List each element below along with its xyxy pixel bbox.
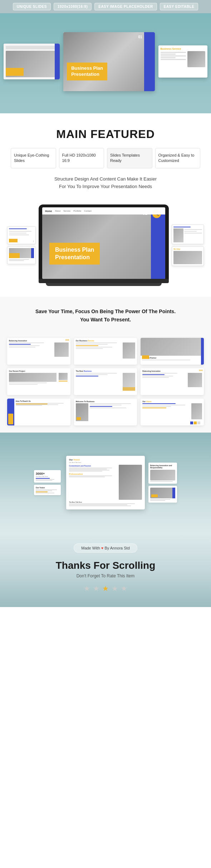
hero-main-slide: 01 Business Plan Presentation (63, 32, 154, 91)
star-1: ★ (84, 584, 90, 593)
scroll-right-panel: Balancing Innovation and Responsibility (148, 463, 177, 503)
mini-slide-right-2: TK YOU (172, 246, 204, 266)
grid-slide-5: The Best Business (74, 368, 137, 395)
scroll-section: 3000+ Our Best Title Here Our Vision Our… (0, 433, 211, 533)
features-grid: Unique Eye-Cothing Slides Full HD 1920x1… (11, 148, 200, 168)
laptop-nav: Home About Service Portfolio Contact (42, 207, 165, 214)
badge-unique-slides: UNIQUE SLIDES (13, 3, 51, 10)
feature-box-4: Organized & Easy to Customized (155, 148, 201, 168)
laptop-device: Home About Service Portfolio Contact 🔍 0… (39, 204, 169, 286)
grid-slide-1: Balancing Innovation 3000 (7, 338, 70, 365)
feature-box-1: Unique Eye-Cothing Slides (11, 148, 56, 168)
biz-service-label: Business Service (161, 48, 181, 50)
feature-box-2: Full HD 1920x1080 16:9 (59, 148, 104, 168)
scroll-left-panel: 3000+ Our Best Title Here Our Vision (34, 470, 63, 495)
made-with-badge: Made With ♥ By Annora Std (74, 543, 137, 553)
hero-slide-title-line2: Presentation (71, 71, 99, 77)
main-featured-subtitle: Structure Design And Content Can Make It… (11, 176, 200, 191)
dont-forget-text: Don't Forget To Rate This Item (77, 573, 135, 578)
hero-side-slide-left (4, 44, 60, 79)
hero-slide-title-line1: Business Plan (71, 65, 103, 71)
main-featured-title: MAIN FEATURED (11, 128, 200, 141)
heart-icon: ♥ (101, 546, 104, 550)
grid-slide-7: How To Reach Us (7, 399, 70, 425)
star-5: ★ (121, 584, 127, 593)
laptop-screen-outer: Home About Service Portfolio Contact 🔍 0… (39, 204, 169, 279)
grid-slide-2: Our Business Service (74, 338, 137, 365)
laptop-section: 1 (0, 197, 211, 297)
grid-slide-9: Our Vision (141, 399, 204, 425)
save-time-section: Save Your Time, Focus On Being The Power… (0, 297, 211, 338)
laptop-screen-inner: Home About Service Portfolio Contact 🔍 0… (42, 207, 165, 279)
laptop-slide: Home About Service Portfolio Contact 🔍 0… (42, 207, 165, 279)
laptop-title-box: Business Plan Presentation (49, 243, 100, 265)
grid-slide-8: Welcome To Business (74, 399, 137, 425)
star-3: ★ (102, 584, 109, 593)
main-featured-section: MAIN FEATURED Unique Eye-Cothing Slides … (0, 113, 211, 197)
badge-easy-editable: EASY EDITABLE (160, 3, 198, 10)
thanks-title: Thanks For Scrolling (56, 560, 155, 571)
grid-slide-4: Our Recent Project (7, 368, 70, 395)
laptop-row: 1 (7, 204, 204, 286)
mini-slide-left-2 (7, 246, 36, 264)
star-2: ★ (93, 584, 99, 593)
footer-section: Made With ♥ By Annora Std Thanks For Scr… (0, 533, 211, 607)
save-time-text: Save Your Time, Focus On Being The Power… (11, 307, 200, 324)
laptop-right-slides: TK YOU (172, 204, 204, 286)
badge-resolution: 1920x1080(16:9) (54, 3, 92, 10)
star-4: ★ (112, 584, 118, 593)
badge-image-placeholder: EASY IMAGE PLACEHOLDER (94, 3, 157, 10)
rating-stars: ★ ★ ★ ★ ★ (84, 584, 127, 593)
badge-bar: UNIQUE SLIDES 1920x1080(16:9) EASY IMAGE… (0, 0, 211, 13)
laptop-left-slides: 1 (7, 204, 36, 286)
mini-slide-right-1 (172, 225, 204, 244)
mini-slide-left-1: 1 (7, 226, 36, 244)
grid-slide-3: The Best Partner (141, 338, 204, 365)
laptop-base (39, 279, 169, 283)
grid-slide-6: Balancing Innovation 3000 (141, 368, 204, 395)
scroll-main-slide: Our Vision Our Best Title Here Commitmen… (66, 456, 145, 509)
hero-section: 01 Business Plan Presentation Business S… (0, 13, 211, 113)
laptop-foot (46, 283, 162, 286)
feature-box-3: Slides Templates Ready (107, 148, 152, 168)
slides-grid: Balancing Innovation 3000 Our Business S… (0, 338, 211, 433)
hero-side-slide-right: Business Service (158, 45, 208, 78)
